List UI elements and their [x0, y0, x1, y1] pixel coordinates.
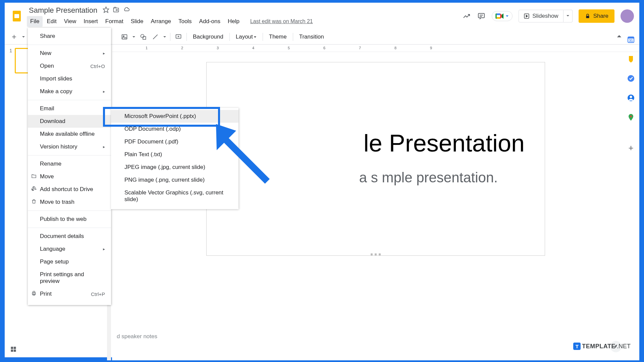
insert-comment-button[interactable]	[173, 32, 184, 42]
download-pptx[interactable]: Microsoft PowerPoint (.pptx)	[111, 110, 238, 123]
doc-title[interactable]: Sample Presentation	[27, 5, 99, 15]
contacts-icon[interactable]	[627, 94, 635, 102]
file-menu-publish[interactable]: Publish to the web	[28, 213, 111, 226]
tasks-icon[interactable]	[627, 74, 635, 82]
star-icon[interactable]	[103, 6, 109, 14]
meet-icon	[495, 13, 503, 19]
meet-button[interactable]	[492, 11, 513, 21]
svg-rect-26	[630, 61, 632, 62]
svg-rect-1	[14, 14, 19, 18]
speaker-notes[interactable]: d speaker notes	[117, 330, 639, 343]
ruler-mark: 6	[323, 46, 325, 50]
new-slide-dropdown[interactable]	[21, 32, 26, 42]
download-svg[interactable]: Scalable Vector Graphics (.svg, current …	[111, 186, 238, 206]
ruler-mark: 3	[217, 46, 219, 50]
new-slide-button[interactable]	[9, 32, 19, 42]
chevron-down-icon	[505, 14, 509, 18]
background-button[interactable]: Background	[190, 32, 227, 42]
file-menu-import-slides[interactable]: Import slides	[28, 72, 111, 85]
file-menu-share[interactable]: Share	[28, 30, 111, 43]
file-menu-language[interactable]: Language▸	[28, 243, 111, 255]
menu-edit[interactable]: Edit	[43, 16, 60, 27]
menu-slide[interactable]: Slide	[127, 16, 147, 27]
title-area: Sample Presentation File Edit View Inser…	[27, 5, 462, 27]
submenu-arrow-icon: ▸	[103, 106, 105, 111]
menu-arrange[interactable]: Arrange	[147, 16, 174, 27]
activity-icon[interactable]	[462, 12, 471, 20]
watermark-text-light: .NET	[617, 343, 631, 350]
speaker-notes-placeholder: d speaker notes	[117, 333, 157, 340]
folder-icon	[31, 173, 37, 180]
file-menu-page-setup[interactable]: Page setup	[28, 255, 111, 268]
share-button[interactable]: Share	[579, 9, 614, 23]
svg-rect-32	[33, 291, 35, 293]
theme-button[interactable]: Theme	[266, 32, 290, 42]
slide-canvas[interactable]: le Presentation a s mple presentation.	[206, 62, 545, 256]
google-slides-app: Sample Presentation File Edit View Inser…	[5, 3, 639, 357]
menu-insert[interactable]: Insert	[80, 16, 101, 27]
file-menu-dropdown: Share New▸ OpenCtrl+O Import slides Make…	[28, 28, 111, 305]
file-menu-email[interactable]: Email▸	[28, 102, 111, 115]
svg-rect-8	[586, 16, 589, 18]
insert-image-dropdown[interactable]	[131, 32, 137, 42]
menu-help[interactable]: Help	[224, 16, 243, 27]
download-odp[interactable]: ODP Document (.odp)	[111, 123, 238, 135]
layout-button[interactable]: Layout	[232, 32, 260, 42]
file-menu-print-settings[interactable]: Print settings and preview	[28, 268, 111, 288]
keep-icon[interactable]	[627, 55, 635, 63]
file-menu-rename[interactable]: Rename	[28, 158, 111, 170]
slides-logo[interactable]	[10, 9, 23, 23]
insert-shape-button[interactable]	[138, 32, 149, 42]
file-menu-trash[interactable]: Move to trash	[28, 196, 111, 208]
file-menu-make-copy[interactable]: Make a copy▸	[28, 85, 111, 98]
separator	[170, 33, 170, 41]
cloud-status-icon[interactable]	[123, 6, 130, 14]
svg-point-30	[630, 116, 632, 117]
menu-addons[interactable]: Add-ons	[196, 16, 224, 27]
download-jpeg[interactable]: JPEG image (.jpg, current slide)	[111, 161, 238, 174]
layout-label: Layout	[236, 34, 253, 40]
file-menu-move[interactable]: Move	[28, 170, 111, 183]
separator	[229, 33, 230, 41]
trash-icon	[31, 199, 37, 206]
menu-divider	[28, 155, 111, 156]
add-on-plus-icon[interactable]: +	[628, 143, 633, 153]
drag-handle-icon[interactable]	[371, 253, 381, 255]
file-menu-print[interactable]: PrintCtrl+P	[28, 288, 111, 300]
menu-view[interactable]: View	[61, 16, 80, 27]
slideshow-button[interactable]: Slideshow	[519, 10, 564, 22]
last-edit-link[interactable]: Last edit was on March 21	[250, 18, 313, 24]
svg-rect-4	[478, 13, 484, 18]
account-avatar[interactable]	[621, 9, 634, 23]
svg-marker-2	[103, 7, 109, 13]
watermark-text-bold: TEMPLATE	[582, 343, 615, 350]
file-menu-offline[interactable]: Make available offline	[28, 128, 111, 140]
download-png[interactable]: PNG image (.png, current slide)	[111, 174, 238, 186]
grid-view-icon[interactable]	[10, 346, 17, 354]
file-menu-version-history[interactable]: Version history▸	[28, 140, 111, 153]
file-menu-open[interactable]: OpenCtrl+O	[28, 60, 111, 72]
menu-tools[interactable]: Tools	[175, 16, 195, 27]
file-menu-new[interactable]: New▸	[28, 47, 111, 60]
lock-icon	[585, 13, 591, 19]
file-menu-doc-details[interactable]: Document details	[28, 230, 111, 243]
transition-button[interactable]: Transition	[296, 32, 327, 42]
insert-line-dropdown[interactable]	[162, 32, 167, 42]
slideshow-dropdown[interactable]	[564, 10, 573, 22]
menu-format[interactable]: Format	[102, 16, 127, 27]
download-txt[interactable]: Plain Text (.txt)	[111, 148, 238, 161]
play-in-box-icon	[524, 13, 530, 19]
file-menu-shortcut[interactable]: Add shortcut to Drive	[28, 183, 111, 196]
file-menu-download[interactable]: Download▸	[28, 115, 111, 128]
insert-image-button[interactable]	[119, 32, 130, 42]
maps-icon[interactable]	[627, 113, 635, 121]
ruler-mark: 8	[394, 46, 396, 50]
menu-file[interactable]: File	[27, 16, 43, 27]
calendar-icon[interactable]: 31	[627, 36, 635, 44]
move-to-folder-icon[interactable]	[113, 6, 119, 14]
download-pdf[interactable]: PDF Document (.pdf)	[111, 135, 238, 148]
svg-point-13	[141, 35, 144, 38]
collapse-toolbar-icon[interactable]	[616, 34, 622, 40]
insert-line-button[interactable]	[150, 32, 161, 42]
comments-icon[interactable]	[477, 12, 486, 20]
